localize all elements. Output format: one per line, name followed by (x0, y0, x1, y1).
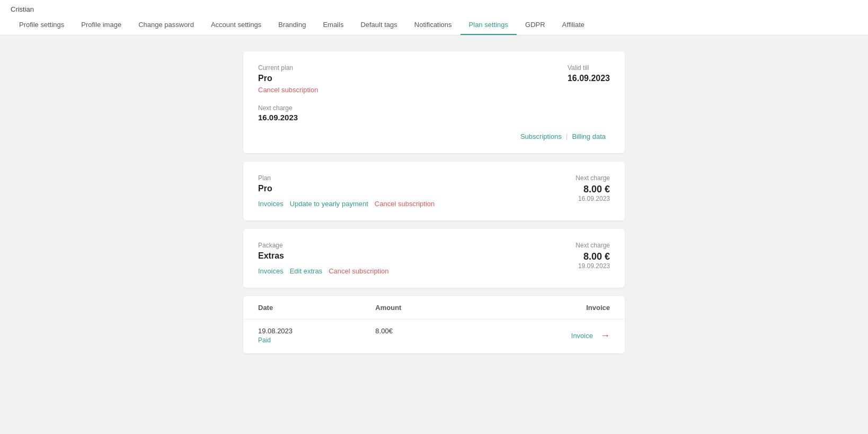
cancel-subscription-link-2[interactable]: Cancel subscription (375, 200, 435, 208)
invoices-link-plan[interactable]: Invoices (258, 200, 284, 208)
current-plan-label: Current plan (258, 64, 318, 72)
row-date: 19.08.2023 Paid (258, 327, 375, 344)
nav-tabs: Profile settings Profile image Change pa… (11, 15, 857, 35)
update-yearly-link[interactable]: Update to yearly payment (290, 200, 368, 208)
cancel-subscription-link-1[interactable]: Cancel subscription (258, 86, 318, 94)
tab-default-tags[interactable]: Default tags (352, 15, 405, 35)
col-header-date: Date (258, 304, 375, 312)
invoices-table-card: Date Amount Invoice 19.08.2023 Paid 8.00… (243, 296, 625, 353)
package-next-charge: Next charge 8.00 € 19.09.2023 (575, 242, 610, 270)
tab-plan-settings[interactable]: Plan settings (460, 15, 517, 35)
next-charge-date-1: 16.09.2023 (258, 113, 610, 122)
package-name: Extras (258, 251, 389, 261)
billing-data-link[interactable]: Billing data (568, 132, 610, 140)
plan-label: Plan (258, 174, 435, 182)
table-row: 19.08.2023 Paid 8.00€ Invoice → (243, 320, 625, 353)
tab-affiliate[interactable]: Affiliate (554, 15, 593, 35)
subscriptions-link[interactable]: Subscriptions (516, 132, 566, 140)
row-amount: 8.00€ (375, 327, 492, 344)
invoice-date: 19.08.2023 (258, 327, 375, 335)
col-header-invoice: Invoice (493, 304, 610, 312)
invoice-download-link[interactable]: Invoice (571, 332, 593, 340)
paid-badge: Paid (258, 336, 375, 344)
package-links-row: Invoices Edit extras Cancel subscription (258, 267, 389, 275)
table-header: Date Amount Invoice (243, 296, 625, 320)
tab-branding[interactable]: Branding (270, 15, 314, 35)
package-extras-card: Package Extras Invoices Edit extras Canc… (243, 229, 625, 288)
tab-profile-settings[interactable]: Profile settings (11, 15, 73, 35)
plan-name: Pro (258, 184, 435, 193)
plan-next-charge-date: 16.09.2023 (575, 195, 610, 202)
tab-notifications[interactable]: Notifications (406, 15, 460, 35)
tab-account-settings[interactable]: Account settings (202, 15, 270, 35)
next-charge-label-1: Next charge (258, 104, 610, 112)
col-header-amount: Amount (375, 304, 492, 312)
tab-change-password[interactable]: Change password (130, 15, 202, 35)
subscriptions-billing-row: Subscriptions | Billing data (258, 132, 610, 140)
package-next-charge-amount: 8.00 € (575, 251, 610, 262)
valid-till-label: Valid till (568, 64, 610, 72)
package-label: Package (258, 242, 389, 249)
plan-pro-card: Plan Pro Invoices Update to yearly payme… (243, 162, 625, 220)
tab-emails[interactable]: Emails (314, 15, 352, 35)
plan-next-charge-amount: 8.00 € (575, 184, 610, 195)
cancel-subscription-link-3[interactable]: Cancel subscription (329, 267, 388, 275)
main-content: Current plan Pro Cancel subscription Val… (233, 36, 635, 378)
user-name: Cristian (11, 0, 857, 15)
tab-profile-image[interactable]: Profile image (73, 15, 130, 35)
plan-links-row: Invoices Update to yearly payment Cancel… (258, 200, 435, 208)
header: Cristian Profile settings Profile image … (0, 0, 868, 36)
arrow-indicator-icon: → (600, 330, 610, 341)
package-next-charge-label: Next charge (575, 242, 610, 249)
tab-gdpr[interactable]: GDPR (517, 15, 554, 35)
plan-next-charge-label: Next charge (575, 174, 610, 182)
current-plan-name: Pro (258, 74, 318, 83)
plan-next-charge: Next charge 8.00 € 16.09.2023 (575, 174, 610, 202)
package-next-charge-date: 19.09.2023 (575, 262, 610, 270)
invoices-link-package[interactable]: Invoices (258, 267, 284, 275)
current-plan-card: Current plan Pro Cancel subscription Val… (243, 51, 625, 153)
edit-extras-link[interactable]: Edit extras (290, 267, 322, 275)
row-invoice: Invoice → (493, 327, 610, 344)
valid-till-date: 16.09.2023 (568, 74, 610, 83)
